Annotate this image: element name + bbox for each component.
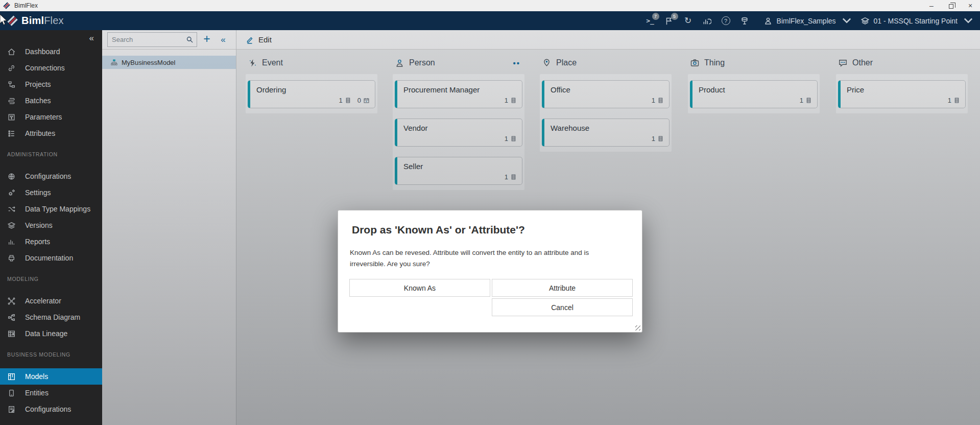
sidebar-item-label: Versions xyxy=(25,221,53,229)
terminal-badge: 7 xyxy=(652,13,659,20)
sidebar-item-label: Batches xyxy=(25,97,51,105)
shuffle-icon xyxy=(7,205,16,214)
statistics-button[interactable] xyxy=(698,11,716,30)
refresh-button[interactable]: ↻ xyxy=(679,11,698,30)
parameters-icon xyxy=(7,113,16,122)
sidebar-item-label: Schema Diagram xyxy=(25,313,80,321)
sidebar-item-versions[interactable]: Versions xyxy=(0,217,102,233)
brand-name-light: Flex xyxy=(44,15,64,26)
sidebar-item-reports[interactable]: Reports xyxy=(0,233,102,250)
schema-diagram-icon xyxy=(7,313,16,322)
dialog-title: Drop as 'Known As' or 'Attribute'? xyxy=(352,224,525,236)
bar-chart-icon xyxy=(7,238,16,246)
user-icon xyxy=(763,16,773,26)
models-board-icon xyxy=(7,372,16,381)
sidebar-item-label: Data Type Mappings xyxy=(25,205,90,213)
sidebar-item-label: Accelerator xyxy=(25,297,61,305)
flag-button[interactable]: 5 xyxy=(660,11,679,30)
sidebar-item-label: Attributes xyxy=(25,129,55,137)
data-lineage-icon xyxy=(7,329,16,338)
sidebar-item-projects[interactable]: Projects xyxy=(0,76,102,92)
minimize-button[interactable]: – xyxy=(922,0,941,11)
link-icon xyxy=(7,64,16,73)
sidebar-item-label: Configurations xyxy=(25,405,71,413)
sidebar-item-settings[interactable]: Settings xyxy=(0,184,102,201)
restore-button[interactable] xyxy=(941,0,961,11)
sidebar-item-data-lineage[interactable]: Data Lineage xyxy=(0,325,102,342)
sidebar-item-label: Reports xyxy=(25,238,50,246)
layers-icon xyxy=(861,16,870,26)
sidebar-item-label: Documentation xyxy=(25,254,73,262)
home-icon xyxy=(7,48,16,56)
bimlflex-logo-icon xyxy=(3,2,10,9)
sidebar-item-label: Dashboard xyxy=(25,48,60,56)
dialog-resize-handle[interactable] xyxy=(635,325,640,330)
batches-icon xyxy=(7,97,16,105)
bimlflex-window: BimlFlex – × BimlFlex >_ 7 5 ↻ ? xyxy=(0,0,980,425)
sidebar-section-modeling: MODELING xyxy=(0,273,102,285)
sidebar-item-schema-diagram[interactable]: Schema Diagram xyxy=(0,309,102,325)
documentation-icon xyxy=(7,254,16,263)
account-menu[interactable]: BimlFlex_Samples xyxy=(763,16,851,26)
environment-menu[interactable]: 01 - MSSQL Starting Point xyxy=(861,16,973,26)
statistics-icon xyxy=(702,16,711,26)
sidebar-item-label: Connections xyxy=(25,64,65,72)
attributes-list-icon xyxy=(7,129,16,138)
help-icon: ? xyxy=(722,16,730,25)
sidebar-item-connections[interactable]: Connections xyxy=(0,60,102,76)
sidebar-section-business-modeling: BUSINESS MODELING xyxy=(0,349,102,360)
globe-icon xyxy=(7,172,16,181)
sidebar-item-entities[interactable]: Entities xyxy=(0,385,102,401)
environment-label: 01 - MSSQL Starting Point xyxy=(874,17,958,25)
sidebar-item-label: Projects xyxy=(25,80,51,88)
database-icon xyxy=(740,16,749,26)
sidebar-item-batches[interactable]: Batches xyxy=(0,92,102,109)
close-button[interactable]: × xyxy=(961,0,980,11)
window-title: BimlFlex xyxy=(14,2,38,9)
sidebar-item-label: Models xyxy=(25,372,48,381)
sidebar-item-dashboard[interactable]: Dashboard xyxy=(0,43,102,60)
sidebar-item-parameters[interactable]: Parameters xyxy=(0,109,102,125)
database-button[interactable] xyxy=(735,11,754,30)
sidebar-item-label: Configurations xyxy=(25,172,71,180)
cancel-button[interactable]: Cancel xyxy=(492,298,633,316)
window-titlebar: BimlFlex – × xyxy=(0,0,980,11)
sidebar-item-models[interactable]: Models xyxy=(0,368,102,385)
sidebar-collapse-button[interactable]: « xyxy=(0,30,102,43)
sidebar-item-label: Settings xyxy=(25,188,51,197)
mouse-cursor xyxy=(0,13,8,27)
known-as-button[interactable]: Known As xyxy=(349,279,490,297)
dialog-message: Known As can be revesed. Attribute will … xyxy=(350,247,608,269)
sidebar-item-configurations[interactable]: Configurations xyxy=(0,168,102,184)
entity-card-icon xyxy=(7,389,16,397)
restore-icon xyxy=(949,4,953,9)
terminal-button[interactable]: >_ 7 xyxy=(641,11,660,30)
refresh-icon: ↻ xyxy=(684,15,691,26)
app-header: BimlFlex >_ 7 5 ↻ ? BimlFlex_Samples xyxy=(0,11,980,30)
brand: BimlFlex xyxy=(7,15,64,27)
document-pen-icon xyxy=(7,405,16,414)
chevron-down-icon xyxy=(842,16,851,26)
chevron-down-icon xyxy=(964,16,973,26)
sidebar-item-label: Data Lineage xyxy=(25,329,67,338)
sidebar-item-label: Parameters xyxy=(25,113,62,121)
sidebar-item-accelerator[interactable]: Accelerator xyxy=(0,293,102,309)
layers-icon xyxy=(7,221,16,230)
sidebar-item-label: Entities xyxy=(25,389,49,397)
network-icon xyxy=(7,297,16,305)
sidebar-item-attributes[interactable]: Attributes xyxy=(0,125,102,141)
sidebar-item-data-type-mappings[interactable]: Data Type Mappings xyxy=(0,201,102,217)
bimlflex-logo-icon xyxy=(7,15,18,26)
attribute-button[interactable]: Attribute xyxy=(492,279,633,297)
help-button[interactable]: ? xyxy=(716,11,735,30)
sidebar-item-configurations-modeling[interactable]: Configurations xyxy=(0,401,102,417)
brand-name-bold: Biml xyxy=(21,15,44,26)
drop-confirmation-dialog: Drop as 'Known As' or 'Attribute'? Known… xyxy=(338,210,642,333)
project-tree-icon xyxy=(7,80,16,89)
sidebar-item-documentation[interactable]: Documentation xyxy=(0,250,102,266)
flag-badge: 5 xyxy=(671,13,678,20)
sidebar-section-administration: ADMINISTRATION xyxy=(0,149,102,160)
account-label: BimlFlex_Samples xyxy=(777,17,836,25)
sidebar-nav: « Dashboard Connections Projects Batches… xyxy=(0,30,102,425)
gears-icon xyxy=(7,188,16,197)
